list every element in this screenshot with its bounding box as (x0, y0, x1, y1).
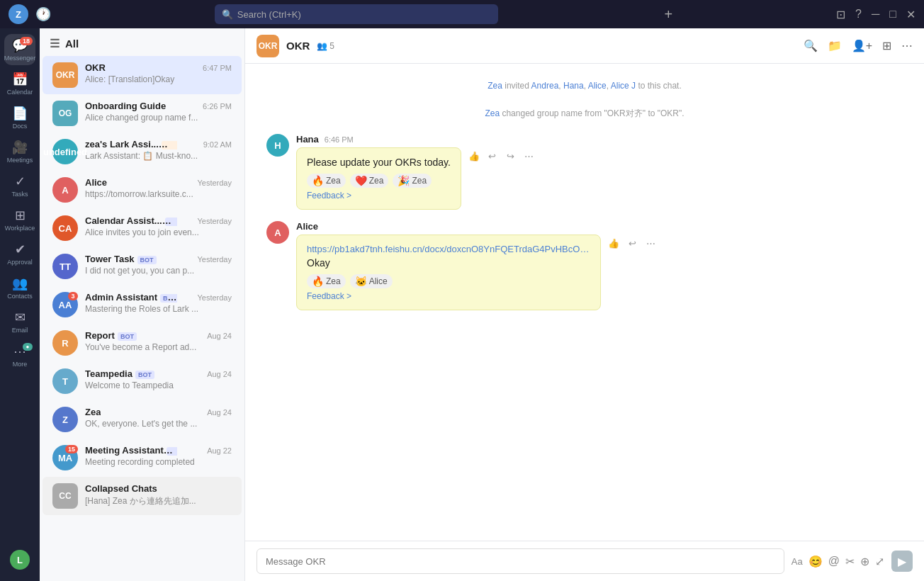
chat-name: Tower TaskBOT (85, 254, 157, 264)
chat-avatar: Z (52, 407, 78, 432)
chat-list-items: OKR OKR 6:47 PM Alice: [Translation]Okay… (40, 56, 244, 581)
chat-name: OKR (85, 62, 106, 73)
chat-name: zea's Lark Assi...Official (85, 139, 177, 150)
message-link[interactable]: https://pb1akd7tnh.feishu.cn/docx/doxcnO… (307, 244, 590, 254)
chat-input-area: Aa 😊 @ ✂ ⊕ ⤢ ▶ (245, 541, 924, 581)
chat-list-item[interactable]: OKR OKR 6:47 PM Alice: [Translation]Okay (43, 56, 242, 94)
chat-list-item[interactable]: undefined zea's Lark Assi...Official 9:0… (43, 132, 242, 171)
add-member-icon[interactable]: 👤+ (852, 39, 872, 52)
message-input[interactable] (257, 548, 784, 574)
more-icon[interactable]: ⋯ (901, 39, 913, 52)
message-text: Okay (307, 257, 590, 269)
bot-badge: BOT (118, 332, 137, 341)
history-icon[interactable]: 🕐 (35, 6, 51, 22)
chat-header-actions: 🔍 📁 👤+ ⊞ ⋯ (804, 39, 913, 52)
chat-list-item[interactable]: CA Calendar Assist...BOT Yesterday Alice… (43, 209, 242, 247)
search-placeholder: Search (Ctrl+K) (237, 9, 301, 20)
chat-time: 6:47 PM (203, 64, 232, 72)
chat-time: Yesterday (197, 293, 232, 302)
message-time: 6:46 PM (325, 135, 354, 144)
sidebar-item-more[interactable]: ⋯More● (4, 340, 35, 371)
chat-info: OKR 6:47 PM Alice: [Translation]Okay (85, 62, 232, 84)
help-icon[interactable]: ? (855, 8, 862, 21)
more-actions-icon[interactable]: ⋯ (521, 147, 538, 164)
minimize-button[interactable]: ─ (872, 8, 879, 21)
reply-icon[interactable]: ↩ (624, 235, 641, 252)
thumbs-up-icon[interactable]: 👍 (466, 147, 483, 164)
sidebar-item-messenger[interactable]: 💬Messenger18 (4, 34, 35, 65)
at-icon[interactable]: @ (828, 555, 840, 568)
window-controls: ⊡ ? ─ □ ✕ (836, 8, 915, 21)
chat-list-item[interactable]: TT Tower TaskBOT Yesterday I did not get… (43, 247, 242, 286)
message-content: Alice https://pb1akd7tnh.feishu.cn/docx/… (296, 221, 659, 310)
chat-time: 6:26 PM (203, 102, 232, 111)
chat-time: Yesterday (197, 255, 232, 264)
message-actions: 👍 ↩ ⋯ (605, 235, 659, 252)
bot-badge: BOT (160, 294, 177, 303)
feedback-link[interactable]: Feedback > (307, 291, 351, 301)
chat-list-item[interactable]: OG Onboarding Guide 6:26 PM Alice change… (43, 94, 242, 132)
chat-preview: https://tomorrow.larksuite.c... (85, 189, 232, 199)
sidebar-item-tasks[interactable]: ✓Tasks (4, 170, 35, 201)
sidebar-icon: 🎥 (12, 140, 28, 155)
thumbs-up-icon[interactable]: 👍 (605, 235, 622, 252)
reaction-item[interactable]: 🎉Zea (393, 174, 432, 188)
reaction-item[interactable]: 🐱Alice (350, 274, 393, 288)
chat-time: Yesterday (197, 217, 232, 225)
sidebar-item-approval[interactable]: ✔Approval (4, 238, 35, 269)
message-row: H Hana 6:46 PM Please update your OKRs t… (266, 134, 903, 210)
sidebar-item-workplace[interactable]: ⊞Workplace (4, 204, 35, 235)
reaction-item[interactable]: 🔥Zea (307, 174, 346, 188)
hamburger-icon[interactable]: ☰ (50, 37, 60, 50)
chat-preview: Welcome to Teampedia (85, 380, 232, 390)
more-actions-icon[interactable]: ⋯ (642, 235, 659, 252)
chat-list-item[interactable]: R ReportBOT Aug 24 You've become a Repor… (43, 324, 242, 362)
chat-list-item[interactable]: CC Collapsed Chats [Hana] Zea から連絡先追加... (43, 477, 242, 515)
chat-list-item[interactable]: MA15 Meeting AssistantBOT Aug 22 Meeting… (43, 439, 242, 477)
chat-info: Meeting AssistantBOT Aug 22 Meeting reco… (85, 445, 232, 467)
message-reactions: 🔥Zea ❤️Zea 🎉Zea (307, 174, 451, 188)
folder-icon[interactable]: 📁 (828, 39, 842, 52)
reply-icon[interactable]: ↩ (484, 147, 501, 164)
chat-list-item[interactable]: A Alice Yesterday https://tomorrow.larks… (43, 171, 242, 209)
reaction-item[interactable]: ❤️Zea (350, 174, 389, 188)
send-button[interactable]: ▶ (891, 551, 913, 572)
sidebar-icon: ✓ (15, 174, 26, 189)
close-button[interactable]: ✕ (906, 8, 915, 21)
titlebar: Z 🕐 🔍 Search (Ctrl+K) + ⊡ ? ─ □ ✕ (0, 0, 924, 28)
chat-list-item[interactable]: AA3 Admin AssistantBOT Yesterday Masteri… (43, 286, 242, 324)
sidebar-item-calendar[interactable]: 📅Calendar (4, 68, 35, 99)
sidebar-user-avatar[interactable]: L (4, 544, 35, 575)
grid-icon[interactable]: ⊞ (882, 39, 891, 52)
feedback-link[interactable]: Feedback > (307, 191, 351, 201)
reaction-item[interactable]: 🔥Zea (307, 274, 346, 288)
chat-list-item[interactable]: Z Zea Aug 24 OK, everyone. Let's get the… (43, 400, 242, 439)
chat-info: Zea Aug 24 OK, everyone. Let's get the .… (85, 407, 232, 429)
message-meta: Alice (296, 221, 659, 232)
search-chat-icon[interactable]: 🔍 (804, 39, 818, 52)
chat-list-item[interactable]: T TeampediaBOT Aug 24 Welcome to Teamped… (43, 362, 242, 400)
sidebar-item-docs[interactable]: 📄Docs (4, 102, 35, 133)
chat-avatar: CC (52, 483, 78, 509)
chat-name: Onboarding Guide (85, 101, 166, 111)
screen-icon[interactable]: ⊡ (836, 8, 845, 21)
attach-icon[interactable]: ⊕ (860, 555, 869, 568)
sidebar-item-contacts[interactable]: 👥Contacts (4, 272, 35, 303)
user-avatar[interactable]: Z (9, 4, 28, 24)
chat-header-avatar: OKR (257, 35, 279, 57)
expand-icon[interactable]: ⤢ (875, 555, 884, 568)
forward-icon[interactable]: ↪ (502, 147, 519, 164)
maximize-button[interactable]: □ (889, 8, 896, 21)
sidebar-item-email[interactable]: ✉Email (4, 306, 35, 337)
message-sender: Hana (296, 134, 319, 145)
font-icon[interactable]: Aa (791, 556, 803, 567)
search-bar[interactable]: 🔍 Search (Ctrl+K) (215, 4, 498, 24)
chat-avatar: OKR (52, 62, 78, 88)
chat-name: Alice (85, 177, 107, 188)
add-button[interactable]: + (665, 6, 673, 23)
scissors-icon[interactable]: ✂ (845, 555, 855, 568)
emoji-icon[interactable]: 😊 (808, 555, 823, 568)
sidebar-item-meetings[interactable]: 🎥Meetings (4, 136, 35, 167)
chat-preview: Alice changed group name f... (85, 113, 232, 123)
chat-avatar: T (52, 368, 78, 394)
